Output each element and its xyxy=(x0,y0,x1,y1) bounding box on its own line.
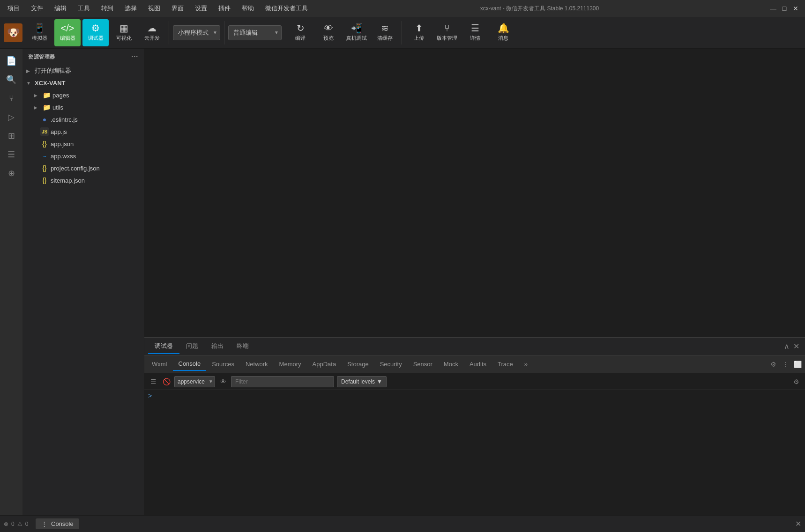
devtools-more-button[interactable]: ⋮ xyxy=(780,359,791,370)
menu-item-settings[interactable]: 设置 xyxy=(193,3,209,14)
activity-debug[interactable]: ▷ xyxy=(3,109,20,126)
version-label: 版本管理 xyxy=(437,35,457,42)
activity-extra[interactable]: ⊕ xyxy=(3,165,20,182)
toolbar-right-actions: ⬆ 上传 ⑂ 版本管理 ☰ 详情 🔔 消息 xyxy=(406,19,516,46)
sidebar-item-xcx-vant[interactable]: ▼ XCX-VANT xyxy=(22,77,144,89)
debugger-button[interactable]: ⚙ 调试器 xyxy=(82,19,109,46)
devtools-tab-actions: ⚙ ⋮ ⬜ xyxy=(768,359,803,370)
editor-icon: </> xyxy=(61,23,75,33)
devtools-tab-security[interactable]: Security xyxy=(374,358,408,370)
clear-cache-button[interactable]: ≋ 清缓存 xyxy=(372,19,398,46)
bottom-console-tab[interactable]: ⋮ Console xyxy=(36,518,79,529)
upload-button[interactable]: ⬆ 上传 xyxy=(406,19,432,46)
console-clear-button[interactable]: 🚫 xyxy=(161,377,171,387)
tab-output[interactable]: 输出 xyxy=(205,339,230,354)
menu-bar: 项目 文件 编辑 工具 转到 选择 视图 界面 设置 插件 帮助 微信开发者工具 xyxy=(6,3,310,14)
detail-label: 详情 xyxy=(470,35,480,42)
upload-icon: ⬆ xyxy=(415,23,423,33)
activity-scm[interactable]: ⑂ xyxy=(3,90,20,107)
activity-bar: 📄 🔍 ⑂ ▷ ⊞ ☰ ⊕ xyxy=(0,49,22,515)
devtools-tab-console[interactable]: Console xyxy=(173,357,207,371)
console-filter-input[interactable] xyxy=(231,376,334,387)
version-button[interactable]: ⑂ 版本管理 xyxy=(434,19,460,46)
menu-item-edit[interactable]: 编辑 xyxy=(52,3,68,14)
devtools-settings-button[interactable]: ⚙ xyxy=(768,359,779,370)
close-button[interactable]: ✕ xyxy=(792,5,799,12)
menu-item-devtools[interactable]: 微信开发者工具 xyxy=(263,3,310,14)
simulator-button[interactable]: 📱 模拟器 xyxy=(26,19,52,46)
editor-devtools: 调试器 问题 输出 终端 ∧ ✕ Wxml Console xyxy=(144,49,805,515)
devtools-tab-sources[interactable]: Sources xyxy=(206,358,240,370)
console-sidebar-toggle[interactable]: ☰ xyxy=(148,377,158,387)
tab-problems[interactable]: 问题 xyxy=(179,339,205,354)
sidebar-item-pages[interactable]: ▶ 📁 pages xyxy=(22,89,144,101)
devtools-tab-wxml[interactable]: Wxml xyxy=(146,358,173,370)
activity-search[interactable]: 🔍 xyxy=(3,71,20,88)
bottom-close-button[interactable]: ✕ xyxy=(795,519,801,528)
panel-expand-button[interactable]: ∧ xyxy=(782,340,791,353)
real-debug-button[interactable]: 📲 真机调试 xyxy=(343,19,370,46)
menu-item-ui[interactable]: 界面 xyxy=(170,3,186,14)
mode-select[interactable]: 小程序模式插件模式 xyxy=(173,25,220,40)
refresh-button[interactable]: ↻ 编译 xyxy=(287,19,313,46)
tab-debugger[interactable]: 调试器 xyxy=(148,339,179,354)
menu-item-goto[interactable]: 转到 xyxy=(99,3,115,14)
activity-outline[interactable]: ☰ xyxy=(3,146,20,163)
avatar: 🐶 xyxy=(4,23,22,42)
sidebar-item-appwxss[interactable]: ~ app.wxss xyxy=(22,150,144,162)
console-settings-button[interactable]: ⚙ xyxy=(791,377,801,387)
devtools-dock-button[interactable]: ⬜ xyxy=(792,359,803,370)
menu-item-select[interactable]: 选择 xyxy=(123,3,139,14)
visual-button[interactable]: ▦ 可视化 xyxy=(111,19,137,46)
notice-button[interactable]: 🔔 消息 xyxy=(490,19,516,46)
status-left: ⊗ 0 ⚠ 0 xyxy=(4,521,28,527)
sidebar-item-sitemap[interactable]: {} sitemap.json xyxy=(22,174,144,186)
sidebar-more-button[interactable]: ··· xyxy=(131,52,138,61)
simulator-label: 模拟器 xyxy=(32,35,47,42)
error-icon: ⊗ xyxy=(4,521,8,527)
preview-button[interactable]: 👁 预览 xyxy=(315,19,342,46)
toolbar-separator-3 xyxy=(402,21,402,44)
sidebar-header: 资源管理器 ··· xyxy=(22,49,144,65)
menu-item-help[interactable]: 帮助 xyxy=(240,3,256,14)
sidebar-item-appjson[interactable]: {} app.json xyxy=(22,138,144,150)
sidebar-item-appjs[interactable]: JS app.js xyxy=(22,126,144,138)
detail-button[interactable]: ☰ 详情 xyxy=(462,19,488,46)
maximize-button[interactable]: □ xyxy=(781,5,788,12)
console-toolbar: ☰ 🚫 appservice ▼ 👁 Default levels ▼ xyxy=(144,373,805,390)
editor-button[interactable]: </> 编辑器 xyxy=(54,19,81,46)
devtools-tab-audits[interactable]: Audits xyxy=(464,358,492,370)
sidebar-item-utils[interactable]: ▶ 📁 utils xyxy=(22,101,144,113)
notice-label: 消息 xyxy=(498,35,508,42)
menu-item-tool[interactable]: 工具 xyxy=(76,3,92,14)
devtools-tab-storage[interactable]: Storage xyxy=(342,358,374,370)
cloud-button[interactable]: ☁ 云开发 xyxy=(139,19,165,46)
console-prompt[interactable]: > xyxy=(148,392,801,399)
activity-files[interactable]: 📄 xyxy=(3,52,20,69)
xcx-vant-arrow: ▼ xyxy=(26,81,33,86)
devtools-tab-network[interactable]: Network xyxy=(240,358,274,370)
devtools-tab-sensor[interactable]: Sensor xyxy=(408,358,438,370)
sidebar-item-projectconfig[interactable]: {} project.config.json xyxy=(22,162,144,174)
compile-select[interactable]: 普通编辑自定义预处理 xyxy=(228,25,282,40)
devtools-tab-trace[interactable]: Trace xyxy=(492,358,519,370)
devtools-tab-appdata[interactable]: AppData xyxy=(307,358,342,370)
console-levels-button[interactable]: Default levels ▼ xyxy=(337,376,387,387)
bottom-console-icon: ⋮ xyxy=(41,520,47,527)
console-service-select[interactable]: appservice xyxy=(174,376,215,387)
menu-item-project[interactable]: 项目 xyxy=(6,3,22,14)
panel-close-button[interactable]: ✕ xyxy=(791,340,801,353)
devtools-tab-memory[interactable]: Memory xyxy=(274,358,307,370)
tab-terminal[interactable]: 终端 xyxy=(230,339,255,354)
sidebar-item-eslint[interactable]: ● .eslintrc.js xyxy=(22,113,144,126)
sidebar-item-open-editors[interactable]: ▶ 打开的编辑器 xyxy=(22,65,144,77)
menu-item-file[interactable]: 文件 xyxy=(29,3,45,14)
eslint-icon: ● xyxy=(40,115,49,124)
devtools-tab-mock[interactable]: Mock xyxy=(438,358,464,370)
activity-extensions[interactable]: ⊞ xyxy=(3,127,20,144)
console-eye-button[interactable]: 👁 xyxy=(218,377,228,387)
devtools-tab-more[interactable]: » xyxy=(519,358,533,370)
menu-item-view[interactable]: 视图 xyxy=(146,3,162,14)
minimize-button[interactable]: — xyxy=(769,5,777,12)
menu-item-plugins[interactable]: 插件 xyxy=(216,3,232,14)
